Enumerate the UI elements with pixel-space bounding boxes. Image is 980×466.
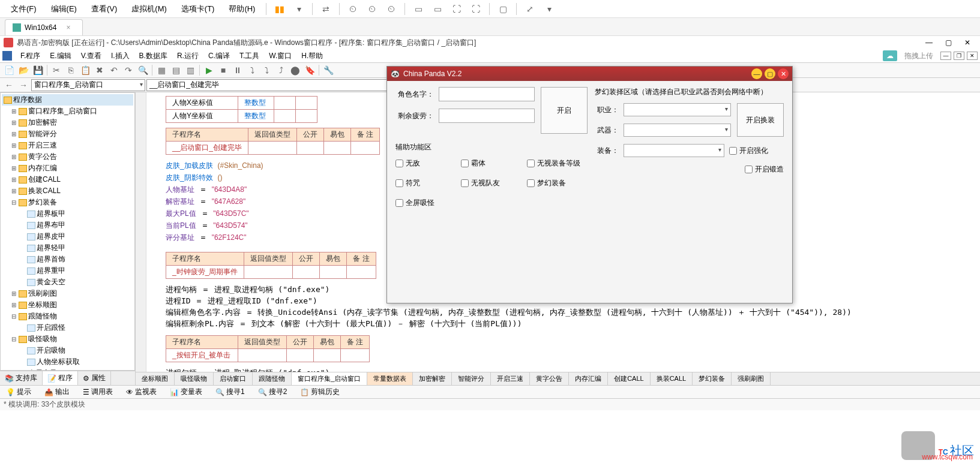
role-name-input[interactable] <box>439 87 535 101</box>
run-icon[interactable]: ▶ <box>202 64 215 77</box>
tree-node[interactable]: 黄金天空 <box>2 276 133 288</box>
tree-node[interactable]: 超界布甲 <box>2 220 133 231</box>
redo-icon[interactable]: ↷ <box>122 64 135 77</box>
bottom-tab-output[interactable]: 📤输出 <box>41 386 73 398</box>
remaining-pl-input[interactable] <box>439 109 535 123</box>
checkbox[interactable] <box>729 147 737 155</box>
tree-node[interactable]: 超界皮甲 <box>2 231 133 242</box>
tree-node[interactable]: ⊞换装CALL <box>2 185 133 197</box>
code-tab[interactable]: 跟随怪物 <box>253 372 292 385</box>
bottom-tab-calltable[interactable]: ☰调用表 <box>79 386 116 398</box>
var-type[interactable]: 整数型 <box>244 98 266 107</box>
code-tab[interactable]: 强刷刷图 <box>732 372 771 385</box>
back-icon[interactable]: ← <box>2 79 16 92</box>
code-tab[interactable]: 内存汇编 <box>569 372 608 385</box>
tree-node[interactable]: ⊟梦幻装备 <box>2 197 133 208</box>
layout1-icon[interactable]: ▭ <box>410 2 427 16</box>
upload-button[interactable]: 拖拽上传 <box>900 50 938 62</box>
assist-check[interactable]: 符咒 <box>395 178 456 188</box>
class-combo[interactable]: 窗口程序集_启动窗口 <box>31 79 145 91</box>
close-icon[interactable]: ✕ <box>958 37 976 48</box>
tree-node[interactable]: ⊞窗口程序集_启动窗口 <box>2 106 133 117</box>
swap-button[interactable]: 开启换装 <box>737 103 784 137</box>
minimize-icon[interactable]: — <box>751 68 762 79</box>
menu-compile[interactable]: C.编译 <box>203 50 235 62</box>
tree-node[interactable]: 超界板甲 <box>2 208 133 220</box>
sidebar-tab-props[interactable]: ⚙属性 <box>78 371 111 385</box>
tree-toggle-icon[interactable]: ⊟ <box>10 336 17 342</box>
tree-node[interactable]: 超界轻甲 <box>2 242 133 254</box>
delete-icon[interactable]: ✖ <box>93 64 106 77</box>
form-icon[interactable]: ▦ <box>155 64 168 77</box>
assist-check[interactable]: 梦幻装备 <box>527 178 588 188</box>
enhance-check[interactable]: 开启强化 <box>729 146 768 156</box>
menu-edit[interactable]: E.编辑 <box>45 50 76 62</box>
fullscreen-icon[interactable]: ⛶ <box>448 2 465 16</box>
unity-icon[interactable]: ⛶ <box>467 2 484 16</box>
menu-run[interactable]: R.运行 <box>172 50 203 62</box>
checkbox[interactable] <box>461 179 469 187</box>
bookmark-icon[interactable]: 🔖 <box>303 64 316 77</box>
snapshot-revert-icon[interactable]: ⏲ <box>383 2 400 16</box>
tree-container[interactable]: 程序数据 ⊞窗口程序集_启动窗口⊞加密解密⊞智能评分⊞开启三速⊞黄字公告⊞内存汇… <box>0 92 135 371</box>
vm-menu-help[interactable]: 帮助(H) <box>223 1 261 17</box>
tree-toggle-icon[interactable]: ⊞ <box>10 188 17 194</box>
tree-node[interactable]: ⊞加密解密 <box>2 117 133 128</box>
console-icon[interactable]: ▢ <box>495 2 511 16</box>
tree-toggle-icon[interactable]: ⊟ <box>10 199 17 206</box>
assist-check[interactable]: 无视队友 <box>461 178 522 188</box>
code-tab[interactable]: 创建CALL <box>608 372 651 385</box>
tree-node[interactable]: ⊞黄字公告 <box>2 151 133 163</box>
minimize-icon[interactable]: — <box>920 37 938 48</box>
tree-node[interactable]: ⊟跟随怪物 <box>2 311 133 322</box>
tree-node[interactable]: ⊟吸怪吸物 <box>2 333 133 345</box>
code-tab[interactable]: 常量数据表 <box>367 372 413 385</box>
snapshot-manage-icon[interactable]: ⏲ <box>364 2 380 16</box>
tree-node[interactable]: ⊞强刷刷图 <box>2 288 133 299</box>
checkbox[interactable] <box>745 166 753 173</box>
code-tab[interactable]: 加密解密 <box>413 372 452 385</box>
tree-node[interactable]: ⊞智能评分 <box>2 128 133 140</box>
snapshot-icon[interactable]: ⏲ <box>344 2 361 16</box>
tree-toggle-icon[interactable]: ⊞ <box>10 290 17 297</box>
sidebar-tab-program[interactable]: 📝程序 <box>43 371 78 385</box>
open-button[interactable]: 开启 <box>541 87 588 134</box>
checkbox[interactable] <box>395 179 403 187</box>
save-icon[interactable]: 💾 <box>31 64 44 77</box>
tree-node[interactable]: ⊞内存汇编 <box>2 163 133 174</box>
code-tab[interactable]: 智能评分 <box>452 372 491 385</box>
code-tab[interactable]: 吸怪吸物 <box>175 372 214 385</box>
stop-icon[interactable]: ■ <box>217 64 230 77</box>
vm-menu-view[interactable]: 查看(V) <box>85 1 123 17</box>
assist-check[interactable]: 全屏吸怪 <box>395 198 456 208</box>
code-tab[interactable]: 窗口程序集_启动窗口 <box>292 372 367 385</box>
tree-node[interactable]: ⊞坐标顺图 <box>2 299 133 311</box>
forge-check[interactable]: 开启锻造 <box>745 164 784 175</box>
bottom-tab-clip[interactable]: 📋剪辑历史 <box>296 386 343 398</box>
step-over-icon[interactable]: ⤵ <box>245 64 259 77</box>
bottom-tab-hint[interactable]: 💡提示 <box>2 386 35 398</box>
weapon-combo[interactable] <box>624 124 731 137</box>
maximize-icon[interactable]: ▢ <box>939 37 957 48</box>
copy-icon[interactable]: ⎘ <box>64 64 77 77</box>
code-tab[interactable]: 开启三速 <box>491 372 530 385</box>
code-tab[interactable]: 梦幻装备 <box>693 372 732 385</box>
vm-menu-tabs[interactable]: 选项卡(T) <box>175 1 221 17</box>
cloud-button[interactable]: ☁ <box>883 50 897 61</box>
tree-toggle-icon[interactable]: ⊞ <box>10 302 17 308</box>
child-close-icon[interactable]: ✕ <box>967 52 978 60</box>
child-minimize-icon[interactable]: — <box>940 52 951 60</box>
checkbox[interactable] <box>395 160 403 167</box>
tree-node[interactable]: 开启吸物 <box>2 345 133 356</box>
grid-icon[interactable]: ▥ <box>184 64 197 77</box>
menu-insert[interactable]: I.插入 <box>106 50 134 62</box>
tree-node[interactable]: 开启跟怪 <box>2 322 133 333</box>
assist-check[interactable]: 无视装备等级 <box>527 158 588 169</box>
code-tab[interactable]: 黄字公告 <box>530 372 569 385</box>
code-tab[interactable]: 启动窗口 <box>214 372 253 385</box>
expand-icon[interactable]: ⤢ <box>522 2 538 16</box>
tree-toggle-icon[interactable]: ⊞ <box>10 108 17 115</box>
tree-toggle-icon[interactable]: ⊞ <box>10 131 17 137</box>
bottom-tab-vars[interactable]: 📊变量表 <box>166 386 206 398</box>
forward-icon[interactable]: → <box>17 79 30 92</box>
